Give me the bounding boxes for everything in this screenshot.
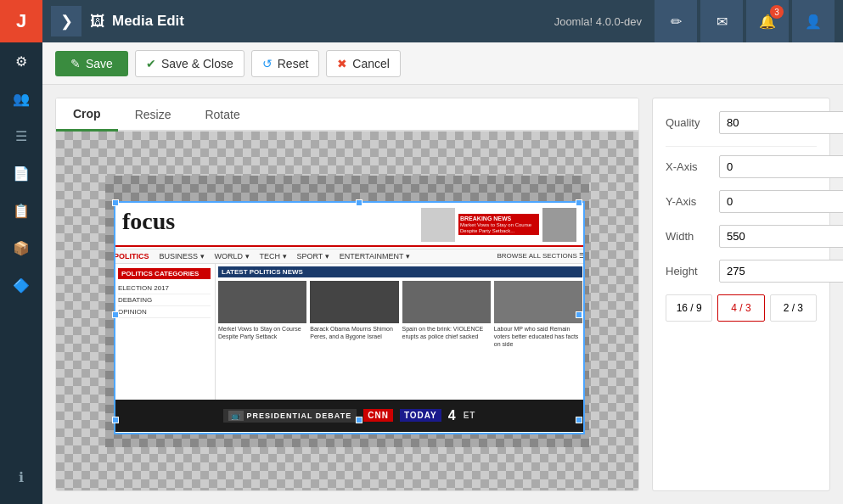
- sidebar-item-content[interactable]: 📄: [0, 154, 42, 192]
- right-panel: Quality X-Axis px Y-Axis px Width px: [652, 98, 830, 491]
- ratio-4-3-button[interactable]: 4 / 3: [717, 294, 764, 322]
- x-axis-input[interactable]: [719, 155, 843, 178]
- notification-badge: 3: [770, 5, 784, 19]
- crop-handle-ml[interactable]: [112, 311, 119, 318]
- crop-handle-bl[interactable]: [112, 417, 119, 423]
- image-container: focus BREAKING NEWSMarket Vows to Stay o…: [56, 132, 638, 490]
- height-input[interactable]: [719, 260, 843, 283]
- divider-1: [666, 146, 817, 147]
- sidebar-toggle-button[interactable]: ❯: [51, 6, 81, 36]
- sidebar-item-extensions[interactable]: 📦: [0, 229, 42, 266]
- crop-handle-tl[interactable]: [112, 199, 119, 206]
- actionbar: ✎ Save ✔ Save & Close ↺ Reset ✖ Cancel: [42, 42, 843, 85]
- width-row: Width px: [666, 225, 817, 248]
- x-axis-label: X-Axis: [666, 160, 712, 173]
- tab-resize[interactable]: Resize: [118, 98, 188, 130]
- y-axis-row: Y-Axis px: [666, 190, 817, 213]
- topbar: ❯ 🖼 Media Edit Joomla! 4.0.0-dev ✏ ✉ 🔔 3…: [42, 0, 843, 42]
- width-label: Width: [666, 230, 712, 243]
- sidebar-item-modules[interactable]: 🔷: [0, 266, 42, 304]
- mail-action-button[interactable]: ✉: [700, 0, 743, 42]
- crop-handle-bc[interactable]: [356, 417, 362, 423]
- crop-handle-tc[interactable]: [356, 199, 362, 206]
- x-axis-row: X-Axis px: [666, 155, 817, 178]
- quality-input[interactable]: [719, 111, 843, 134]
- quality-label: Quality: [666, 116, 712, 129]
- y-axis-label: Y-Axis: [666, 195, 712, 208]
- quality-row: Quality: [666, 111, 817, 134]
- crop-selection[interactable]: [114, 201, 585, 434]
- sidebar: J ⚙ 👥 ☰ 📄 📋 📦 🔷 ℹ: [0, 0, 42, 504]
- editor-panel: Crop Resize Rotate focus: [55, 98, 639, 491]
- brand-label: Joomla! 4.0.0-dev: [554, 15, 642, 28]
- crop-handle-mr[interactable]: [576, 311, 582, 318]
- save-button[interactable]: ✎ Save: [55, 51, 128, 76]
- tab-rotate[interactable]: Rotate: [188, 98, 256, 130]
- sidebar-item-menu[interactable]: ☰: [0, 117, 42, 154]
- notifications-button[interactable]: 🔔 3: [746, 0, 789, 42]
- width-input[interactable]: [719, 225, 843, 248]
- cancel-button[interactable]: ✖ Cancel: [326, 50, 401, 77]
- height-label: Height: [666, 265, 712, 277]
- sidebar-item-settings[interactable]: ⚙: [0, 42, 42, 80]
- crop-frame: focus BREAKING NEWSMarket Vows to Stay o…: [105, 176, 589, 447]
- y-axis-input[interactable]: [719, 190, 843, 213]
- sidebar-item-info[interactable]: ℹ: [0, 458, 42, 496]
- cancel-icon: ✖: [337, 57, 347, 70]
- main-area: ❯ 🖼 Media Edit Joomla! 4.0.0-dev ✏ ✉ 🔔 3…: [42, 0, 843, 504]
- height-row: Height px: [666, 260, 817, 283]
- page-title: Media Edit: [112, 13, 554, 30]
- ratio-16-9-button[interactable]: 16 / 9: [666, 294, 712, 322]
- sidebar-item-components[interactable]: 📋: [0, 192, 42, 229]
- joomla-logo: J: [0, 0, 42, 42]
- edit-action-button[interactable]: ✏: [655, 0, 697, 42]
- content-area: Crop Resize Rotate focus: [42, 85, 843, 504]
- tab-crop[interactable]: Crop: [56, 98, 118, 132]
- crop-handle-tr[interactable]: [576, 199, 582, 206]
- save-icon: ✎: [70, 57, 81, 70]
- reset-icon: ↺: [262, 57, 273, 70]
- tabs: Crop Resize Rotate: [56, 98, 638, 132]
- check-icon: ✔: [146, 57, 156, 70]
- crop-handle-br[interactable]: [576, 417, 582, 423]
- sidebar-item-users[interactable]: 👥: [0, 80, 42, 117]
- ratio-2-3-button[interactable]: 2 / 3: [770, 294, 817, 322]
- user-button[interactable]: 👤: [792, 0, 835, 42]
- reset-button[interactable]: ↺ Reset: [251, 50, 320, 77]
- ratio-buttons: 16 / 9 4 / 3 2 / 3: [666, 294, 817, 322]
- save-close-button[interactable]: ✔ Save & Close: [135, 50, 244, 77]
- topbar-actions: ✏ ✉ 🔔 3 👤: [655, 0, 835, 42]
- app-icon: 🖼: [90, 13, 105, 31]
